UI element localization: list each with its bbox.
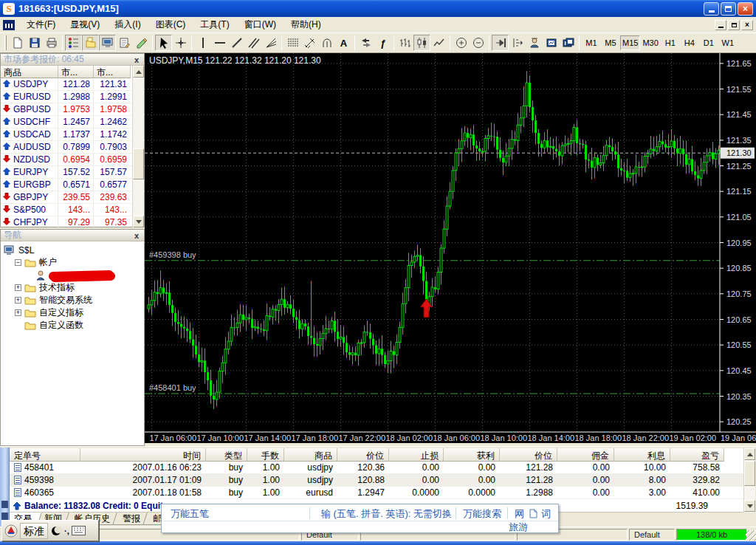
scroll-up-button[interactable] bbox=[744, 448, 755, 460]
order-column-5[interactable]: 价位 bbox=[337, 448, 389, 462]
order-column-3[interactable]: 手数 bbox=[247, 448, 284, 462]
ime-punctuation-icon[interactable]: ·, bbox=[64, 527, 69, 535]
terminal-scrollbar[interactable] bbox=[743, 448, 755, 513]
menu-item-2[interactable]: 插入(I) bbox=[107, 16, 148, 33]
symbol-row-usdjpy[interactable]: USDJPY121.28121.31 bbox=[1, 78, 144, 91]
templates-button[interactable] bbox=[543, 35, 560, 51]
scroll-down-button[interactable] bbox=[744, 500, 755, 512]
order-row-459398[interactable]: 4593982007.01.17 01:09buy1.00usdjpy120.8… bbox=[10, 474, 743, 487]
tree-item-帐户[interactable]: −帐户 bbox=[1, 256, 144, 269]
symbol-row-usdcad[interactable]: USDCAD1.17371.1742 bbox=[1, 128, 144, 141]
symbol-row-gbpjpy[interactable]: GBPJPY239.55239.63 bbox=[1, 191, 144, 204]
ime-strip-icon[interactable] bbox=[1, 501, 8, 508]
trendline-button[interactable] bbox=[228, 35, 245, 51]
save-button[interactable] bbox=[26, 35, 43, 51]
ime-keyboard-icon[interactable] bbox=[72, 526, 86, 535]
order-column-8[interactable]: 价位 bbox=[500, 448, 557, 462]
symbol-row-eurjpy[interactable]: EURJPY157.52157.57 bbox=[1, 166, 144, 179]
cursor-button[interactable] bbox=[155, 35, 172, 51]
close-button[interactable]: × bbox=[738, 2, 753, 16]
timeframe-m30-button[interactable]: M30 bbox=[640, 35, 660, 50]
profiles-button[interactable] bbox=[560, 35, 577, 51]
market-watch-column-header[interactable]: 商品 bbox=[1, 66, 58, 78]
market-watch-close-icon[interactable]: x bbox=[132, 55, 141, 64]
ime-web-label[interactable]: 网 bbox=[515, 507, 524, 521]
timeframe-m15-button[interactable]: M15 bbox=[620, 35, 640, 50]
ime-engine-label[interactable]: 万能五笔 bbox=[171, 507, 209, 521]
order-column-0[interactable]: 定单号 bbox=[10, 448, 80, 462]
indicator-list-button[interactable]: ƒ bbox=[374, 35, 391, 51]
auto-scroll-button[interactable] bbox=[492, 35, 509, 51]
tree-item-技术指标[interactable]: +技术指标 bbox=[1, 281, 144, 294]
price-chart[interactable]: #459398 buy#458401 buy121.65121.55121.45… bbox=[145, 53, 756, 443]
order-column-1[interactable]: 时间 bbox=[80, 448, 206, 462]
new-order-button[interactable] bbox=[116, 35, 133, 51]
symbol-row-eurusd[interactable]: EURUSD1.29881.2991 bbox=[1, 91, 144, 103]
minimize-button[interactable] bbox=[704, 2, 719, 16]
order-column-10[interactable]: 利息 bbox=[614, 448, 670, 462]
expand-icon[interactable]: + bbox=[15, 297, 21, 304]
tree-item-智能交易系统[interactable]: +智能交易系统 bbox=[1, 294, 144, 306]
restore-button[interactable] bbox=[721, 2, 736, 16]
order-column-2[interactable]: 类型 bbox=[206, 448, 247, 462]
ime-search-label[interactable]: 万能搜索 bbox=[463, 507, 501, 521]
tree-item-account[interactable] bbox=[1, 269, 144, 281]
symbol-row-nzdusd[interactable]: NZDUSD0.69540.6959 bbox=[1, 154, 144, 166]
order-column-9[interactable]: 佣金 bbox=[557, 448, 614, 462]
ime-word-label[interactable]: 词 bbox=[541, 507, 551, 521]
chart-shift-button[interactable] bbox=[509, 35, 526, 51]
order-column-11[interactable]: 盈亏 bbox=[670, 448, 724, 462]
market-watch-toggle-button[interactable] bbox=[65, 35, 82, 51]
menu-item-0[interactable]: 文件(F) bbox=[19, 16, 63, 33]
channel-button[interactable] bbox=[245, 35, 262, 51]
crosshair-button[interactable] bbox=[172, 35, 189, 51]
tree-item-自定义指标[interactable]: +自定义指标 bbox=[1, 306, 144, 319]
collapse-icon[interactable]: − bbox=[15, 259, 21, 266]
metaeditor-button[interactable] bbox=[133, 35, 150, 51]
andrews-pitchfork-button[interactable] bbox=[301, 35, 318, 51]
navigator-header[interactable]: 导航 x bbox=[1, 230, 144, 241]
child-restore-button[interactable] bbox=[728, 20, 740, 30]
expand-icon[interactable]: + bbox=[15, 309, 21, 316]
timeframe-w1-button[interactable]: W1 bbox=[718, 35, 738, 50]
tree-item-自定义函数[interactable]: 自定义函数 bbox=[1, 319, 144, 332]
symbol-row-gbpusd[interactable]: GBPUSD1.97531.9758 bbox=[1, 103, 144, 116]
vertical-line-button[interactable] bbox=[194, 35, 211, 51]
ime-toolbar[interactable]: 标准 ·, bbox=[1, 520, 99, 541]
text-label-button[interactable]: A bbox=[335, 35, 352, 51]
chart-window-icon[interactable] bbox=[3, 20, 15, 30]
menu-item-6[interactable]: 帮助(H) bbox=[284, 16, 329, 33]
symbol-row-usdchf[interactable]: USDCHF1.24571.2462 bbox=[1, 116, 144, 128]
menu-item-1[interactable]: 显视(V) bbox=[63, 16, 107, 33]
ime-logo-icon[interactable] bbox=[4, 524, 18, 538]
expand-icon[interactable]: + bbox=[15, 284, 21, 291]
timeframe-h4-button[interactable]: H4 bbox=[680, 35, 699, 50]
ime-language-strip[interactable] bbox=[0, 448, 10, 527]
bar-chart-button[interactable] bbox=[396, 35, 413, 51]
fibonacci-fan-button[interactable] bbox=[262, 35, 279, 51]
child-minimize-button[interactable] bbox=[715, 20, 726, 30]
ime-strip-icon[interactable] bbox=[1, 513, 8, 520]
ime-fullhalf-moon-icon[interactable] bbox=[50, 525, 62, 537]
title-bar[interactable]: S 181663:[USDJPY,M15] × bbox=[0, 0, 756, 17]
order-column-6[interactable]: 止损 bbox=[389, 448, 444, 462]
scroll-up-button[interactable] bbox=[133, 66, 144, 78]
market-watch-scrollbar[interactable] bbox=[132, 66, 144, 227]
tree-item-S$L[interactable]: S$L bbox=[1, 244, 144, 256]
line-chart-button[interactable] bbox=[430, 35, 447, 51]
order-column-7[interactable]: 获利 bbox=[444, 448, 500, 462]
order-column-4[interactable]: 商品 bbox=[284, 448, 337, 462]
timeframe-d1-button[interactable]: D1 bbox=[699, 35, 718, 50]
zoom-in-button[interactable] bbox=[453, 35, 470, 51]
timeframe-h1-button[interactable]: H1 bbox=[661, 35, 680, 50]
child-close-button[interactable]: × bbox=[741, 20, 753, 30]
print-button[interactable] bbox=[43, 35, 60, 51]
symbol-row-sp500[interactable]: S&P500143...143... bbox=[1, 204, 144, 216]
market-watch-column-header[interactable]: 市... bbox=[94, 66, 131, 78]
resize-grip[interactable] bbox=[746, 530, 756, 541]
timeframe-m1-button[interactable]: M1 bbox=[582, 35, 601, 50]
new-chart-button[interactable] bbox=[9, 35, 26, 51]
arrows-tool-button[interactable] bbox=[357, 35, 374, 51]
scroll-down-button[interactable] bbox=[133, 216, 144, 227]
navigator-toggle-button[interactable] bbox=[82, 35, 99, 51]
